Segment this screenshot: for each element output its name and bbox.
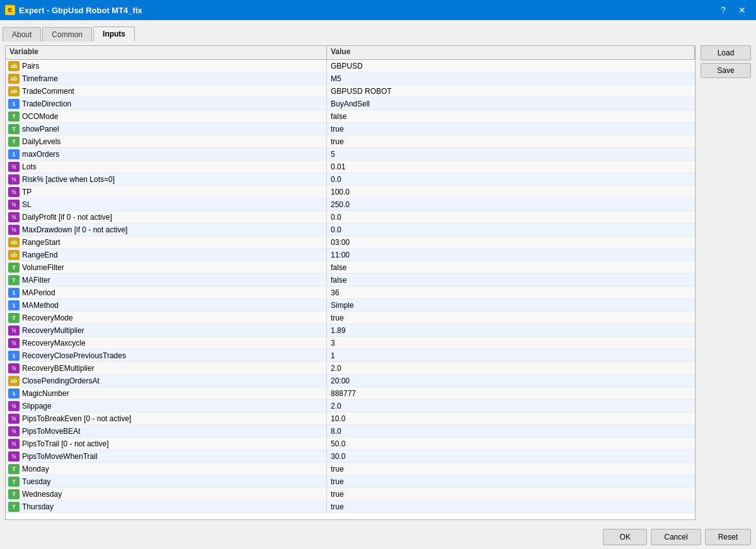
table-row[interactable]: ab Timeframe M5 xyxy=(6,72,695,85)
table-header: Variable Value xyxy=(6,46,695,60)
table-row[interactable]: ½ DailyProfit [if 0 - not active] 0.0 xyxy=(6,211,695,224)
cell-value: 03:00 xyxy=(327,236,695,248)
table-row[interactable]: 1 RecoveryClosePreviousTrades 1 xyxy=(6,349,695,362)
table-row[interactable]: ½ TP 100.0 xyxy=(6,186,695,198)
cell-value: true xyxy=(327,135,695,147)
variable-value: 11:00 xyxy=(331,251,350,259)
cancel-button[interactable]: Cancel xyxy=(651,529,701,545)
variable-value: true xyxy=(331,314,344,322)
variable-name: Risk% [active when Lots=0] xyxy=(22,175,115,184)
variable-value: 10.0 xyxy=(331,414,345,423)
variable-value: 1 xyxy=(331,351,335,360)
table-row[interactable]: T showPanel true xyxy=(6,123,695,135)
variable-value: 5 xyxy=(331,150,335,159)
table-row[interactable]: ½ PipsToMoveWhenTrail 30.0 xyxy=(6,450,695,463)
table-row[interactable]: ½ RecoveryBEMultiplier 2.0 xyxy=(6,362,695,375)
table-row[interactable]: ab TradeComment GBPUSD ROBOT xyxy=(6,85,695,98)
table-row[interactable]: ab ClosePendingOrdersAt 20:00 xyxy=(6,375,695,387)
table-row[interactable]: T Tuesday true xyxy=(6,475,695,488)
table-row[interactable]: ab RangeEnd 11:00 xyxy=(6,249,695,261)
table-row[interactable]: T Thursday true xyxy=(6,501,695,513)
help-button[interactable]: ? xyxy=(714,1,732,19)
cell-variable: 1 MagicNumber xyxy=(6,387,327,399)
cell-value: Simple xyxy=(327,299,695,311)
variable-value: true xyxy=(331,137,344,146)
title-bar: E Expert - GbpUsd Robot MT4_fix ? ✕ xyxy=(0,0,756,20)
table-row[interactable]: T Wednesday true xyxy=(6,488,695,501)
cell-value: false xyxy=(327,274,695,286)
variable-value: 8.0 xyxy=(331,427,341,436)
table-row[interactable]: ½ SL 250.0 xyxy=(6,198,695,211)
ok-button[interactable]: OK xyxy=(603,529,647,545)
column-header-value: Value xyxy=(327,46,695,59)
cell-variable: ab TradeComment xyxy=(6,85,327,97)
cell-variable: T Wednesday xyxy=(6,488,327,500)
close-button[interactable]: ✕ xyxy=(733,1,751,19)
type-icon: T xyxy=(8,502,20,512)
cell-value: 888777 xyxy=(327,387,695,399)
table-row[interactable]: T VolumeFilter false xyxy=(6,261,695,274)
reset-button[interactable]: Reset xyxy=(705,529,751,545)
table-row[interactable]: 1 TradeDirection BuyAndSell xyxy=(6,98,695,110)
table-row[interactable]: ½ RecoveryMaxcycle 3 xyxy=(6,337,695,349)
tab-common[interactable]: Common xyxy=(42,27,92,42)
variable-name: RecoveryMultiplier xyxy=(22,326,84,335)
table-row[interactable]: T RecoveryMode true xyxy=(6,312,695,324)
variable-value: false xyxy=(331,276,346,285)
tab-about[interactable]: About xyxy=(3,27,41,42)
table-row[interactable]: ½ Lots 0.01 xyxy=(6,161,695,173)
variable-name: RecoveryClosePreviousTrades xyxy=(22,351,126,360)
variable-name: TradeComment xyxy=(22,87,74,96)
variable-name: RangeStart xyxy=(22,238,60,247)
table-row[interactable]: ½ Risk% [active when Lots=0] 0.0 xyxy=(6,173,695,186)
table-row[interactable]: 1 MagicNumber 888777 xyxy=(6,387,695,400)
variable-value: 50.0 xyxy=(331,439,345,448)
table-row[interactable]: 1 MAMethod Simple xyxy=(6,299,695,312)
variable-name: PipsToBreakEven [0 - not active] xyxy=(22,414,131,423)
table-row[interactable]: ½ MaxDrawdown [if 0 - not active] 0.0 xyxy=(6,224,695,236)
type-icon: T xyxy=(8,464,20,474)
cell-value: true xyxy=(327,488,695,500)
save-button[interactable]: Save xyxy=(701,63,751,78)
table-row[interactable]: T DailyLevels true xyxy=(6,135,695,148)
table-row[interactable]: ½ PipsToBreakEven [0 - not active] 10.0 xyxy=(6,412,695,425)
table-row[interactable]: ½ PipsToTrail [0 - not active] 50.0 xyxy=(6,438,695,450)
table-row[interactable]: T Monday true xyxy=(6,463,695,475)
table-row[interactable]: 1 maxOrders 5 xyxy=(6,148,695,161)
variable-value: 20:00 xyxy=(331,376,350,385)
variable-name: ClosePendingOrdersAt xyxy=(22,376,100,385)
type-icon: 1 xyxy=(8,99,20,109)
table-row[interactable]: ½ PipsToMoveBEAt 8.0 xyxy=(6,425,695,438)
table-row[interactable]: ab Pairs GBPUSD xyxy=(6,60,695,72)
cell-value: 1 xyxy=(327,349,695,361)
table-row[interactable]: ab RangeStart 03:00 xyxy=(6,236,695,249)
variable-value: 0.01 xyxy=(331,162,345,171)
cell-value: true xyxy=(327,501,695,512)
cell-value: 0.01 xyxy=(327,161,695,173)
variable-value: 0.0 xyxy=(331,175,341,184)
bottom-bar: OK Cancel Reset xyxy=(0,525,756,549)
variable-name: PipsToMoveBEAt xyxy=(22,427,81,436)
cell-value: 20:00 xyxy=(327,375,695,387)
table-row[interactable]: T MAFilter false xyxy=(6,274,695,286)
table-row[interactable]: ½ Slippage 2.0 xyxy=(6,400,695,412)
cell-variable: 1 MAMethod xyxy=(6,299,327,311)
cell-value: 3 xyxy=(327,337,695,349)
cell-value: false xyxy=(327,261,695,273)
cell-variable: ½ TP xyxy=(6,186,327,198)
load-button[interactable]: Load xyxy=(701,45,751,60)
tab-inputs[interactable]: Inputs xyxy=(93,26,135,42)
cell-variable: T Monday xyxy=(6,463,327,475)
table-row[interactable]: T OCOMode false xyxy=(6,110,695,123)
type-icon: T xyxy=(8,275,20,285)
table-row[interactable]: 1 MAPeriod 36 xyxy=(6,286,695,299)
variable-value: 2.0 xyxy=(331,364,341,373)
variable-name: PipsToMoveWhenTrail xyxy=(22,452,98,461)
app-icon: E xyxy=(5,5,15,15)
cell-variable: ½ PipsToMoveBEAt xyxy=(6,425,327,437)
type-icon: T xyxy=(8,111,20,122)
table-row[interactable]: ½ RecoveryMultiplier 1.89 xyxy=(6,324,695,337)
variable-name: MAMethod xyxy=(22,301,59,310)
variable-value: false xyxy=(331,112,346,121)
variable-name: TP xyxy=(22,188,32,196)
